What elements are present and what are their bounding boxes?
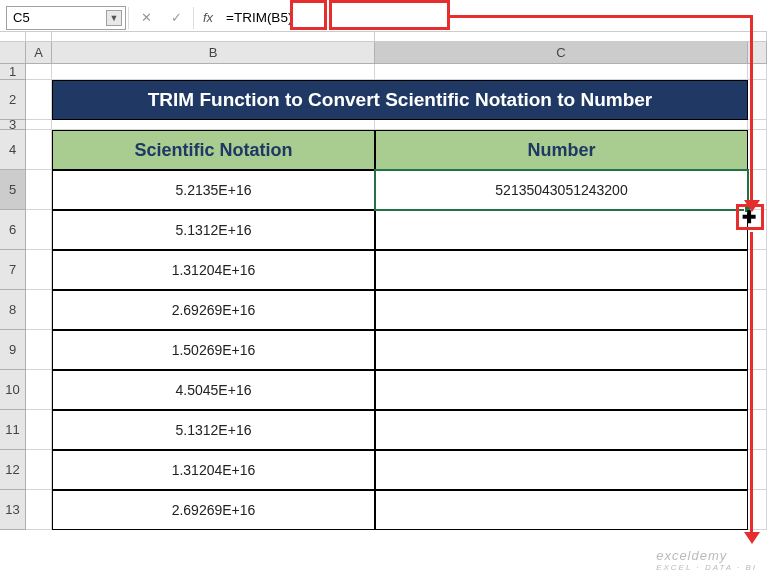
watermark: exceldemy EXCEL · DATA · BI — [656, 548, 757, 572]
cell-b13[interactable]: 2.69269E+16 — [52, 490, 375, 530]
cell-c12[interactable] — [375, 450, 748, 490]
row-header-8[interactable]: 8 — [0, 290, 26, 330]
row-header-6[interactable]: 6 — [0, 210, 26, 250]
cell-b9[interactable]: 1.50269E+16 — [52, 330, 375, 370]
formula-input[interactable]: =TRIM(B5) — [220, 6, 767, 30]
arrow-head-bottom — [744, 532, 760, 544]
enter-formula-button[interactable]: ✓ — [161, 6, 191, 30]
cell-c11[interactable] — [375, 410, 748, 450]
row-header-7[interactable]: 7 — [0, 250, 26, 290]
spreadsheet-grid[interactable]: A B C 1 2 TRIM Function to Convert Scien… — [0, 42, 767, 530]
cell-b6[interactable]: 5.1312E+16 — [52, 210, 375, 250]
cell-c8[interactable] — [375, 290, 748, 330]
col-header-d[interactable] — [748, 42, 767, 64]
select-all-corner[interactable] — [0, 42, 26, 64]
title-cell: TRIM Function to Convert Scientific Nota… — [52, 80, 748, 120]
header-scientific: Scientific Notation — [52, 130, 375, 170]
row-header-2[interactable]: 2 — [0, 80, 26, 120]
fill-handle[interactable] — [744, 206, 751, 213]
cell-b5[interactable]: 5.2135E+16 — [52, 170, 375, 210]
name-box-dropdown[interactable]: ▼ — [106, 10, 122, 26]
cell-b10[interactable]: 4.5045E+16 — [52, 370, 375, 410]
row-header-5[interactable]: 5 — [0, 170, 26, 210]
cell-b7[interactable]: 1.31204E+16 — [52, 250, 375, 290]
name-box-value: C5 — [13, 10, 30, 25]
row-header-13[interactable]: 13 — [0, 490, 26, 530]
cell-c13[interactable] — [375, 490, 748, 530]
row-header-1[interactable]: 1 — [0, 64, 26, 80]
cell-c7[interactable] — [375, 250, 748, 290]
cell-c5-value: 52135043051243200 — [495, 182, 627, 198]
cell-c10[interactable] — [375, 370, 748, 410]
watermark-main: exceldemy — [656, 548, 727, 563]
watermark-sub: EXCEL · DATA · BI — [656, 563, 757, 572]
cell-c5[interactable]: 52135043051243200 — [375, 170, 748, 210]
row-header-3[interactable]: 3 — [0, 120, 26, 130]
row-header-4[interactable]: 4 — [0, 130, 26, 170]
cell-c6[interactable] — [375, 210, 748, 250]
row-header-10[interactable]: 10 — [0, 370, 26, 410]
col-header-c[interactable]: C — [375, 42, 748, 64]
cell-b11[interactable]: 5.1312E+16 — [52, 410, 375, 450]
col-header-a[interactable]: A — [26, 42, 52, 64]
col-header-b[interactable]: B — [52, 42, 375, 64]
cell-b12[interactable]: 1.31204E+16 — [52, 450, 375, 490]
cell-b8[interactable]: 2.69269E+16 — [52, 290, 375, 330]
row-header-12[interactable]: 12 — [0, 450, 26, 490]
header-number: Number — [375, 130, 748, 170]
cancel-formula-button[interactable]: ✕ — [131, 6, 161, 30]
name-box[interactable]: C5 ▼ — [6, 6, 126, 30]
formula-text: =TRIM(B5) — [226, 10, 292, 25]
fx-label[interactable]: fx — [196, 10, 220, 25]
row-header-9[interactable]: 9 — [0, 330, 26, 370]
row-header-11[interactable]: 11 — [0, 410, 26, 450]
cell-c9[interactable] — [375, 330, 748, 370]
